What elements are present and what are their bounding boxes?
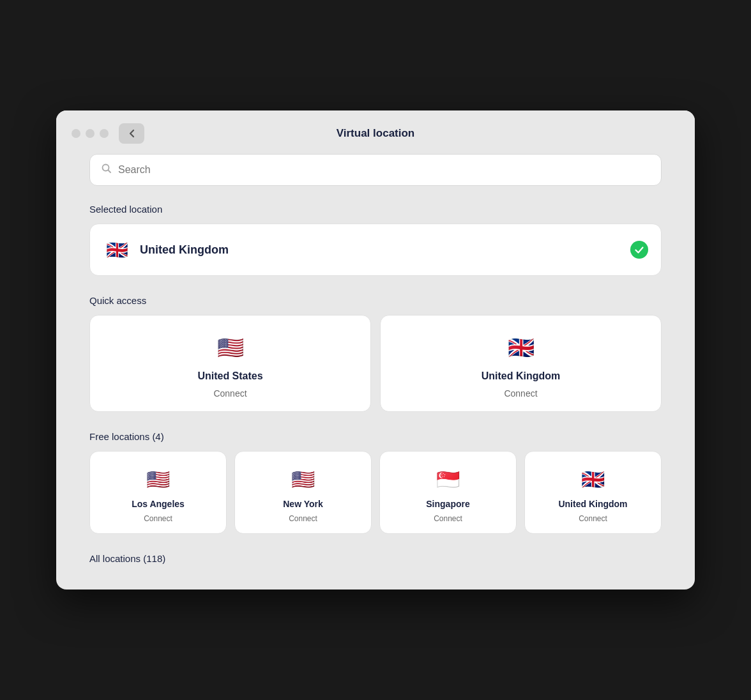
sg-connect-label: Connect — [434, 514, 462, 523]
quick-access-uk-card[interactable]: 🇬🇧 United Kingdom Connect — [380, 315, 662, 412]
sg-location-name: Singapore — [426, 499, 469, 509]
uk-free-location-name: United Kingdom — [558, 499, 627, 509]
main-window: Virtual location Selected location 🇬🇧 Un… — [56, 110, 695, 590]
selected-check-badge — [630, 241, 648, 259]
ny-flag: 🇺🇸 — [289, 464, 318, 494]
traffic-light-close[interactable] — [72, 129, 80, 138]
search-icon — [102, 164, 112, 176]
all-locations-label[interactable]: All locations (118) — [89, 553, 662, 564]
free-location-uk-card[interactable]: 🇬🇧 United Kingdom Connect — [524, 451, 662, 534]
uk-flag-free: 🇬🇧 — [579, 464, 608, 494]
selected-location-flag: 🇬🇧 — [103, 236, 131, 264]
la-location-name: Los Angeles — [132, 499, 185, 509]
traffic-light-minimize[interactable] — [86, 129, 95, 138]
uk-flag-quick: 🇬🇧 — [504, 331, 538, 364]
ny-location-name: New York — [283, 499, 323, 509]
selected-location-name: United Kingdom — [140, 243, 621, 257]
us-flag-quick: 🇺🇸 — [214, 331, 247, 364]
free-locations-grid: 🇺🇸 Los Angeles Connect 🇺🇸 New York Conne… — [89, 451, 662, 534]
traffic-light-maximize[interactable] — [100, 129, 109, 138]
free-location-la-card[interactable]: 🇺🇸 Los Angeles Connect — [89, 451, 227, 534]
search-bar[interactable] — [89, 154, 662, 186]
uk-connect-label: Connect — [504, 388, 537, 399]
free-locations-section-label: Free locations (4) — [89, 431, 662, 442]
search-input[interactable] — [118, 164, 649, 176]
us-location-name: United States — [197, 370, 262, 382]
selected-location-card[interactable]: 🇬🇧 United Kingdom — [89, 224, 662, 276]
uk-free-connect-label: Connect — [579, 514, 607, 523]
quick-access-grid: 🇺🇸 United States Connect 🇬🇧 United Kingd… — [89, 315, 662, 412]
content-area: Selected location 🇬🇧 United Kingdom Quic… — [56, 154, 695, 564]
free-location-ny-card[interactable]: 🇺🇸 New York Connect — [234, 451, 372, 534]
la-flag: 🇺🇸 — [144, 464, 173, 494]
title-bar: Virtual location — [56, 110, 695, 154]
window-title: Virtual location — [337, 127, 415, 140]
selected-location-section-label: Selected location — [89, 204, 662, 215]
uk-location-name: United Kingdom — [482, 370, 561, 382]
back-button[interactable] — [119, 123, 144, 144]
free-location-sg-card[interactable]: 🇸🇬 Singapore Connect — [379, 451, 517, 534]
quick-access-section-label: Quick access — [89, 295, 662, 306]
us-connect-label: Connect — [213, 388, 247, 399]
ny-connect-label: Connect — [289, 514, 317, 523]
sg-flag: 🇸🇬 — [434, 464, 463, 494]
quick-access-us-card[interactable]: 🇺🇸 United States Connect — [89, 315, 371, 412]
traffic-lights — [72, 129, 109, 138]
la-connect-label: Connect — [144, 514, 172, 523]
